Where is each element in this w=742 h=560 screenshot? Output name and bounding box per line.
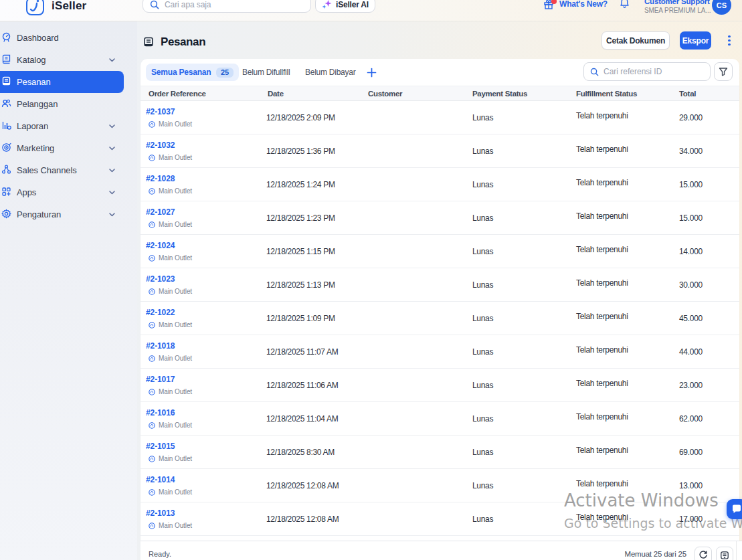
order-date: 12/18/2025 8:30 AM — [266, 448, 335, 457]
chat-widget-button[interactable] — [727, 499, 742, 519]
order-payment-status: Lunas — [472, 448, 493, 457]
order-reference-link[interactable]: #2-1032 — [146, 141, 175, 150]
order-fulfillment-status: Telah terpenuhi — [576, 446, 628, 455]
account-name: Customer Support — [644, 0, 710, 5]
sidebar-item-reports[interactable]: Laporan — [0, 115, 137, 137]
sidebar-item-dashboard[interactable]: Dashboard — [0, 27, 137, 49]
order-payment-status: Lunas — [472, 515, 493, 524]
order-total: 62.000 — [679, 414, 703, 424]
log-button[interactable] — [716, 547, 733, 560]
export-button[interactable]: Ekspor — [680, 31, 711, 50]
iseller-logo-glyph — [27, 0, 43, 14]
table-row[interactable]: #2-1018 Main Outlet 12/18/2025 11:07 AM … — [141, 335, 739, 369]
order-payment-status: Lunas — [472, 314, 493, 323]
order-date: 12/18/2025 1:36 PM — [266, 147, 335, 156]
sidebar-item-apps[interactable]: Apps — [0, 181, 137, 203]
table-row[interactable]: #2-1023 Main Outlet 12/18/2025 1:13 PM L… — [141, 268, 739, 302]
chevron-down-icon — [108, 211, 116, 218]
order-total: 15.000 — [679, 180, 703, 189]
iseller-logo-icon[interactable] — [26, 0, 44, 15]
order-date: 12/18/2025 1:13 PM — [266, 280, 335, 290]
avatar[interactable]: CS — [712, 0, 731, 15]
ai-button-label: iSeller AI — [336, 0, 369, 9]
status-bar: Ready. Memuat 25 dari 25 — [141, 541, 742, 560]
order-outlet: Main Outlet — [149, 355, 192, 362]
table-row[interactable]: #2-1013 Main Outlet 12/18/2025 12:08 AM … — [141, 502, 739, 536]
order-date: 12/18/2025 1:24 PM — [266, 180, 335, 189]
order-date: 12/18/2025 1:09 PM — [266, 314, 335, 323]
outlet-icon — [149, 322, 155, 329]
tab-belum-difullfill[interactable]: Belum Difullfill — [242, 64, 290, 81]
outlet-icon — [149, 155, 155, 161]
table-row[interactable]: #2-1015 Main Outlet 12/18/2025 8:30 AM L… — [141, 436, 739, 469]
outlet-icon — [149, 221, 155, 228]
table-row[interactable]: #2-1028 Main Outlet 12/18/2025 1:24 PM L… — [141, 168, 739, 201]
order-reference-link[interactable]: #2-1018 — [146, 341, 175, 351]
order-reference-link[interactable]: #2-1016 — [146, 408, 175, 417]
sidebar-item-settings[interactable]: Pengaturan — [0, 203, 137, 225]
col-order-reference: Order Reference — [149, 90, 206, 98]
outlet-icon — [149, 121, 155, 128]
order-outlet: Main Outlet — [149, 388, 192, 395]
order-outlet: Main Outlet — [149, 522, 192, 529]
order-reference-link[interactable]: #2-1017 — [146, 375, 175, 384]
order-reference-link[interactable]: #2-1013 — [146, 508, 175, 518]
sidebar-item-sales-channels[interactable]: Sales Channels — [0, 159, 137, 181]
search-icon — [150, 0, 159, 9]
tab-belum-dibayar[interactable]: Belum Dibayar — [305, 64, 355, 81]
order-date: 12/18/2025 12:08 AM — [266, 515, 339, 524]
order-date: 12/18/2025 1:23 PM — [266, 213, 335, 223]
order-outlet: Main Outlet — [149, 455, 192, 462]
whats-new-button[interactable]: What's New? — [543, 0, 608, 14]
chevron-down-icon — [108, 145, 116, 152]
refresh-button[interactable] — [694, 547, 712, 560]
table-row[interactable]: #2-1037 Main Outlet 12/18/2025 2:09 PM L… — [141, 101, 739, 134]
tab-semua-pesanan[interactable]: Semua Pesanan 25 — [146, 64, 239, 81]
order-payment-status: Lunas — [472, 481, 493, 490]
sidebar-item-catalog[interactable]: Katalog — [0, 49, 137, 71]
global-search-input[interactable]: Cari apa saja — [143, 0, 311, 13]
order-reference-link[interactable]: #2-1024 — [146, 241, 175, 250]
outlet-icon — [149, 523, 155, 529]
add-tab-button[interactable] — [363, 64, 380, 81]
table-row[interactable]: #2-1027 Main Outlet 12/18/2025 1:23 PM L… — [141, 201, 739, 235]
order-payment-status: Lunas — [472, 113, 493, 122]
sidebar-item-customers[interactable]: Pelanggan — [0, 93, 137, 115]
table-row[interactable]: #2-1024 Main Outlet 12/18/2025 1:15 PM L… — [141, 235, 739, 268]
sidebar-item-marketing[interactable]: Marketing — [0, 137, 137, 159]
table-row[interactable]: #2-1017 Main Outlet 12/18/2025 11:06 AM … — [141, 369, 739, 402]
table-row[interactable]: #2-1032 Main Outlet 12/18/2025 1:36 PM L… — [141, 134, 739, 168]
table-row[interactable]: #2-1022 Main Outlet 12/18/2025 1:09 PM L… — [141, 302, 739, 335]
outlet-icon — [149, 456, 155, 462]
iseller-ai-button[interactable]: iSeller AI — [315, 0, 375, 13]
print-documents-button[interactable]: Cetak Dokumen — [601, 31, 670, 50]
order-outlet: Main Outlet — [149, 254, 192, 262]
order-reference-link[interactable]: #2-1023 — [146, 274, 175, 284]
order-fulfillment-status: Telah terpenuhi — [576, 379, 628, 388]
apps-icon — [1, 187, 11, 197]
order-total: 69.000 — [679, 448, 703, 457]
sidebar-item-orders[interactable]: Pesanan — [0, 71, 124, 93]
order-reference-link[interactable]: #2-1028 — [146, 174, 175, 183]
filter-button[interactable] — [714, 62, 733, 81]
notifications-button[interactable] — [619, 0, 630, 13]
order-reference-link[interactable]: #2-1014 — [146, 475, 175, 484]
order-reference-link[interactable]: #2-1022 — [146, 308, 175, 317]
global-search-placeholder: Cari apa saja — [165, 0, 211, 9]
settings-icon — [1, 209, 11, 219]
order-reference-link[interactable]: #2-1015 — [146, 442, 175, 451]
table-row[interactable]: #2-1014 Main Outlet 12/18/2025 12:08 AM … — [141, 469, 739, 502]
table-header: Order Reference Date Customer Payment St… — [141, 86, 739, 101]
reference-search-input[interactable]: Cari referensi ID — [583, 62, 711, 81]
reports-icon — [1, 120, 11, 130]
order-outlet: Main Outlet — [149, 120, 192, 128]
order-reference-link[interactable]: #2-1037 — [146, 107, 175, 116]
bell-icon — [619, 0, 630, 9]
more-actions-button[interactable] — [726, 31, 733, 50]
chevron-down-icon — [108, 56, 116, 64]
table-row[interactable]: #2-1016 Main Outlet 12/18/2025 11:04 AM … — [141, 402, 739, 436]
order-reference-link[interactable]: #2-1027 — [146, 207, 175, 217]
col-fulfillment-status: Fulfillment Status — [576, 90, 637, 98]
order-total: 23.000 — [679, 381, 703, 390]
brand-name: iSeller — [52, 1, 86, 11]
